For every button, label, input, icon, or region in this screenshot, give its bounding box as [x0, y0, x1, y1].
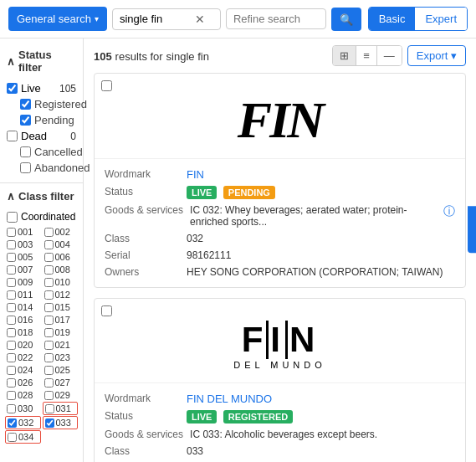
feedback-tab[interactable]: Feedback	[468, 206, 476, 253]
class-028-checkbox[interactable]	[7, 391, 16, 400]
coordinated-label[interactable]: Coordinated	[21, 211, 75, 223]
grid-view-button[interactable]: ⊞	[333, 46, 356, 65]
coordinated-row: Coordinated	[3, 209, 79, 224]
class-004-checkbox[interactable]	[44, 240, 54, 249]
fin-del-mundo-top: F I N	[242, 320, 319, 360]
coordinated-checkbox[interactable]	[7, 212, 18, 223]
class-006-checkbox[interactable]	[44, 253, 54, 262]
wordmark-row-1: Wordmark FIN	[105, 166, 455, 183]
class-012-checkbox[interactable]	[44, 290, 54, 300]
info-icon-1[interactable]: ⓘ	[443, 204, 455, 219]
class-009-checkbox[interactable]	[7, 278, 16, 287]
class-011: 011	[5, 289, 41, 300]
results-panel: 105 results for single fin ⊞ ≡ — Export …	[84, 38, 476, 462]
class-value-2: 033	[187, 445, 203, 457]
class-007-checkbox[interactable]	[7, 265, 16, 275]
class-010-checkbox[interactable]	[44, 278, 54, 287]
goods-row-2: Goods & services IC 033: Alcoholic bever…	[105, 426, 455, 443]
class-019-checkbox[interactable]	[44, 328, 54, 337]
expert-mode-button[interactable]: Expert	[415, 8, 467, 30]
class-031: 031	[43, 402, 79, 415]
class-006: 006	[43, 251, 79, 263]
class-filter-section: Coordinated 001 002 003 004 005 006 007 …	[0, 206, 83, 449]
pending-filter-row: Pending	[7, 112, 76, 128]
export-button[interactable]: Export ▾	[407, 45, 466, 66]
class-value-1: 032	[187, 233, 203, 244]
dead-checkbox[interactable]	[7, 131, 18, 141]
abandoned-filter-label[interactable]: Abandoned	[20, 162, 90, 174]
class-010: 010	[43, 276, 79, 288]
view-buttons: ⊞ ≡ —	[332, 45, 402, 66]
class-024-checkbox[interactable]	[7, 366, 16, 375]
class-015-checkbox[interactable]	[44, 303, 54, 312]
registered-filter-label[interactable]: Registered	[20, 98, 87, 110]
class-005-checkbox[interactable]	[7, 253, 16, 262]
fin-del-mundo-subtitle: DEL MUNDO	[233, 360, 326, 370]
class-033-checkbox[interactable]	[45, 418, 54, 428]
refine-search-input[interactable]	[233, 13, 300, 25]
wordmark-row-2: Wordmark FIN DEL MUNDO	[105, 390, 455, 408]
class-filter-label: Class filter	[18, 190, 74, 203]
class-034-checkbox[interactable]	[8, 433, 17, 442]
class-026-checkbox[interactable]	[7, 378, 16, 388]
card-2-select-checkbox[interactable]	[101, 305, 112, 316]
wordmark-link-1[interactable]: FIN	[187, 168, 204, 181]
search-input-wrap: ✕	[112, 8, 221, 30]
basic-mode-button[interactable]: Basic	[369, 8, 416, 30]
compact-view-button[interactable]: —	[377, 46, 402, 65]
class-031-checkbox[interactable]	[45, 404, 54, 413]
class-001: 001	[5, 226, 41, 238]
class-029-checkbox[interactable]	[44, 391, 54, 400]
class-001-checkbox[interactable]	[7, 228, 16, 237]
class-002-checkbox[interactable]	[44, 228, 54, 237]
pending-filter-label[interactable]: Pending	[20, 114, 74, 126]
pending-checkbox[interactable]	[20, 115, 31, 126]
abandoned-checkbox[interactable]	[20, 162, 31, 173]
cancelled-checkbox[interactable]	[20, 146, 31, 157]
trademark-1-details: Wordmark FIN Status LIVE PENDING Goods &…	[95, 158, 465, 287]
class-030: 030	[5, 402, 41, 415]
results-count-text: results for	[115, 50, 163, 63]
class-023-checkbox[interactable]	[44, 353, 54, 362]
class-011-checkbox[interactable]	[7, 290, 16, 300]
class-025-checkbox[interactable]	[44, 366, 54, 375]
search-input[interactable]	[120, 13, 195, 25]
general-search-button[interactable]: General search ▾	[8, 7, 107, 31]
class-029: 029	[43, 389, 79, 401]
wordmark-link-2[interactable]: FIN DEL MUNDO	[187, 393, 272, 405]
live-badge-1: LIVE	[187, 186, 217, 199]
search-go-button[interactable]: 🔍	[331, 8, 361, 31]
live-filter-label[interactable]: Live	[7, 82, 41, 95]
live-checkbox[interactable]	[7, 83, 18, 94]
registered-checkbox[interactable]	[20, 99, 31, 110]
class-003-checkbox[interactable]	[7, 240, 16, 249]
class-032-checkbox[interactable]	[8, 418, 17, 428]
class-014-checkbox[interactable]	[7, 303, 16, 312]
refine-search-wrap	[226, 8, 326, 29]
class-016-checkbox[interactable]	[7, 316, 16, 325]
list-view-button[interactable]: ≡	[356, 46, 377, 65]
class-020-checkbox[interactable]	[7, 341, 16, 350]
status-row-1: Status LIVE PENDING	[105, 183, 455, 202]
dead-count: 0	[70, 131, 76, 142]
class-020: 020	[5, 339, 41, 351]
card-1-select-checkbox[interactable]	[101, 80, 112, 91]
status-filter-group: Live 105 Registered Pending Dead	[0, 77, 83, 179]
dead-filter-label[interactable]: Dead	[7, 130, 47, 142]
class-027-checkbox[interactable]	[44, 378, 54, 388]
class-030-checkbox[interactable]	[7, 404, 16, 413]
class-022-checkbox[interactable]	[7, 353, 16, 362]
trademark-2-details: Wordmark FIN DEL MUNDO Status LIVE REGIS…	[95, 382, 465, 462]
class-018-checkbox[interactable]	[7, 328, 16, 337]
live-filter-row: Live 105	[7, 80, 76, 96]
owners-row-1: Owners HEY SONG CORPORATION (CORPORATION…	[105, 264, 455, 280]
class-008-checkbox[interactable]	[44, 265, 54, 275]
status-value-2: LIVE REGISTERED	[187, 410, 296, 424]
mode-buttons: Basic Expert	[368, 7, 468, 31]
status-filter-header[interactable]: ∧ Status filter	[0, 45, 83, 77]
class-021-checkbox[interactable]	[44, 341, 54, 350]
class-017-checkbox[interactable]	[44, 316, 54, 325]
clear-icon[interactable]: ✕	[195, 13, 205, 26]
class-filter-header[interactable]: ∧ Class filter	[0, 187, 83, 206]
cancelled-filter-label[interactable]: Cancelled	[20, 146, 83, 158]
